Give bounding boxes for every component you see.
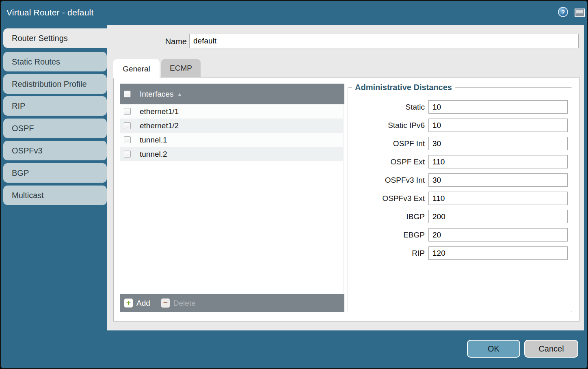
row-checkbox[interactable] [124, 151, 131, 158]
interface-name: tunnel.2 [135, 150, 167, 159]
field-row: RIP [348, 246, 568, 260]
static-ipv6-label: Static IPv6 [388, 121, 425, 130]
dialog-title: Virtual Router - default [6, 8, 94, 17]
ospf-ext-input[interactable] [428, 155, 568, 168]
minus-icon: − [161, 298, 170, 308]
field-row: IBGP [348, 210, 568, 223]
table-scrollbar[interactable] [343, 104, 344, 305]
ebgp-label: EBGP [403, 231, 425, 240]
static-input[interactable] [428, 100, 568, 114]
row-checkbox[interactable] [124, 108, 131, 115]
table-row[interactable]: ethernet1/2 [120, 119, 344, 133]
name-input[interactable] [189, 34, 579, 48]
row-checkbox-cell [120, 147, 135, 161]
help-icon[interactable]: ? [558, 7, 568, 17]
plus-icon: + [124, 298, 133, 308]
row-checkbox[interactable] [124, 122, 131, 129]
ospf-int-label: OSPF Int [393, 139, 425, 148]
ospfv3-ext-label: OSPFv3 Ext [382, 194, 425, 203]
interfaces-table-footer: + Add − Delete [120, 294, 344, 312]
select-all-cell [120, 84, 135, 104]
delete-button[interactable]: − Delete [161, 298, 196, 308]
table-row[interactable]: tunnel.2 [120, 147, 344, 161]
sidebar-item-router-settings[interactable]: Router Settings [3, 28, 109, 48]
ospfv3-int-label: OSPFv3 Int [385, 176, 425, 185]
sidebar-item-ospfv3[interactable]: OSPFv3 [3, 141, 107, 160]
cancel-button[interactable]: Cancel [524, 340, 578, 358]
interfaces-column-header[interactable]: Interfaces [135, 90, 173, 99]
ok-button[interactable]: OK [467, 340, 520, 358]
window-icon[interactable] [575, 9, 585, 17]
sort-ascending-icon[interactable]: ▲ [177, 91, 182, 97]
static-label: Static [405, 103, 425, 112]
field-row: OSPFv3 Int [348, 173, 568, 187]
row-checkbox-cell [120, 104, 135, 119]
static-ipv6-input[interactable] [428, 119, 568, 132]
sidebar-item-rip[interactable]: RIP [3, 96, 107, 116]
delete-button-label: Delete [173, 299, 196, 308]
interface-name: ethernet1/1 [135, 107, 179, 116]
interface-name: tunnel.1 [135, 136, 167, 145]
table-row[interactable]: ethernet1/1 [120, 104, 344, 119]
field-row: OSPFv3 Ext [348, 192, 568, 205]
general-tab-panel: Interfaces ▲ ethernet1/1 ethernet1/2 t [113, 77, 579, 322]
tab-general[interactable]: General [113, 59, 160, 78]
sidebar-item-ospf[interactable]: OSPF [3, 119, 107, 138]
row-checkbox-cell [120, 133, 135, 147]
ospf-ext-label: OSPF Ext [391, 158, 425, 166]
sidebar-item-bgp[interactable]: BGP [3, 163, 107, 183]
row-checkbox-cell [120, 119, 135, 133]
rip-input[interactable] [428, 246, 568, 260]
field-row: Static [348, 100, 568, 114]
ibgp-input[interactable] [428, 210, 568, 223]
select-all-checkbox[interactable] [124, 91, 131, 97]
add-button-label: Add [136, 299, 150, 308]
ospfv3-ext-input[interactable] [428, 192, 568, 205]
administrative-distances-legend: Administrative Distances [352, 83, 455, 92]
sidebar-item-multicast[interactable]: Multicast [3, 186, 107, 205]
ebgp-input[interactable] [428, 228, 568, 242]
interfaces-table: Interfaces ▲ ethernet1/1 ethernet1/2 t [120, 84, 344, 312]
administrative-distances-group: Administrative Distances Static Static I… [348, 83, 572, 312]
field-row: OSPF Int [348, 137, 568, 150]
field-row: OSPF Ext [348, 155, 568, 168]
virtual-router-dialog: Virtual Router - default ? Router Settin… [0, 0, 588, 369]
field-row: Static IPv6 [348, 119, 568, 132]
rip-label: RIP [412, 249, 425, 258]
row-checkbox[interactable] [124, 136, 131, 143]
interfaces-table-header: Interfaces ▲ [120, 84, 344, 104]
add-button[interactable]: + Add [124, 298, 150, 308]
field-row: EBGP [348, 228, 568, 242]
sidebar-item-static-routes[interactable]: Static Routes [3, 52, 107, 71]
interface-name: ethernet1/2 [135, 121, 179, 130]
table-row[interactable]: tunnel.1 [120, 133, 344, 147]
tab-ecmp[interactable]: ECMP [161, 59, 201, 77]
ospf-int-input[interactable] [428, 137, 568, 150]
name-label: Name [135, 37, 187, 46]
sidebar-item-redistribution-profile[interactable]: Redistribution Profile [3, 74, 107, 94]
ibgp-label: IBGP [406, 212, 425, 221]
ospfv3-int-input[interactable] [428, 173, 568, 187]
